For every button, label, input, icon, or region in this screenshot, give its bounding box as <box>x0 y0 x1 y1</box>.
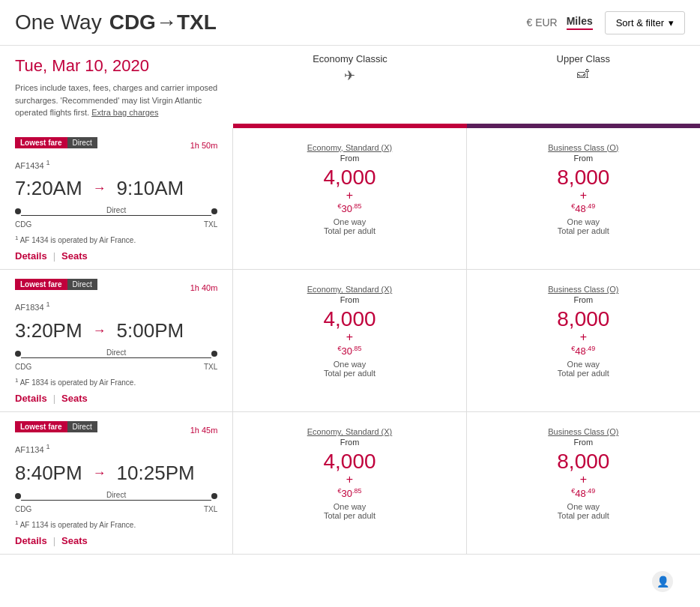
flight-badges-row: Lowest fare Direct 1h 45m <box>15 421 217 438</box>
route-airports: CDG TXL <box>15 363 217 371</box>
flights-container: Lowest fare Direct 1h 50m AF1434 1 7:20A… <box>0 128 700 555</box>
economy-class-name[interactable]: Economy, Standard (X) <box>307 143 393 152</box>
details-link[interactable]: Details <box>15 250 47 262</box>
upper-plus: + <box>580 472 587 486</box>
details-link[interactable]: Details <box>15 535 47 546</box>
upper-way: One way <box>567 502 600 511</box>
economy-class-name[interactable]: Economy, Standard (X) <box>307 427 393 436</box>
flight-times: 7:20AM → 9:10AM <box>15 177 217 200</box>
flight-duration: 1h 40m <box>190 283 218 292</box>
economy-price-cell-1[interactable]: Economy, Standard (X) From 4,000 + €30.8… <box>233 270 466 411</box>
action-links: Details | Seats <box>15 393 217 404</box>
route-direct-label: Direct <box>106 348 126 357</box>
upper-per-adult: Total per adult <box>558 226 609 235</box>
upper-from: From <box>573 438 593 447</box>
economy-from: From <box>340 438 360 447</box>
header: One Way CDG→TXL € EUR Miles Sort & filte… <box>0 0 700 46</box>
chevron-down-icon: ▾ <box>669 17 674 28</box>
flight-badges-row: Lowest fare Direct 1h 50m <box>15 137 217 154</box>
economy-plus: + <box>346 472 353 486</box>
route-code: CDG→TXL <box>109 10 217 34</box>
arrow-icon: → <box>93 323 106 339</box>
upper-from: From <box>573 295 593 304</box>
upper-price-cell-2[interactable]: Business Class (O) From 8,000 + €48.49 O… <box>467 412 700 554</box>
date-info: Tue, Mar 10, 2020 Prices include taxes, … <box>0 46 233 124</box>
route-direct-label: Direct <box>106 206 126 214</box>
arrive-dot <box>211 208 217 214</box>
depart-dot <box>15 493 21 499</box>
operated-by: 1 AF 1134 is operated by Air France. <box>15 519 217 529</box>
flight-info-0: Lowest fare Direct 1h 50m AF1434 1 7:20A… <box>0 128 233 270</box>
route-middle: Direct <box>21 348 211 358</box>
operated-by: 1 AF 1434 is operated by Air France. <box>15 235 217 244</box>
flight-number: AF1834 1 <box>15 301 217 312</box>
upper-plus: + <box>580 330 587 344</box>
flight-duration: 1h 50m <box>190 141 218 150</box>
seats-link[interactable]: Seats <box>61 535 88 546</box>
economy-price-cell-0[interactable]: Economy, Standard (X) From 4,000 + €30.8… <box>233 128 466 270</box>
economy-price-cell-2[interactable]: Economy, Standard (X) From 4,000 + €30.8… <box>233 412 466 554</box>
upper-class-name[interactable]: Business Class (O) <box>548 427 618 436</box>
economy-icon: ✈ <box>241 67 459 84</box>
economy-plus: + <box>346 188 353 202</box>
route-direct-label: Direct <box>106 491 126 499</box>
economy-way: One way <box>334 502 366 511</box>
arrow-icon: → <box>93 465 106 481</box>
flight-row: Lowest fare Direct 1h 45m AF1134 1 8:40P… <box>0 412 700 555</box>
flight-number: AF1134 1 <box>15 443 217 454</box>
upper-plus: + <box>580 188 587 202</box>
route-line-bar <box>21 500 211 501</box>
one-way-label: One Way <box>15 10 102 34</box>
action-divider: | <box>53 393 55 404</box>
route-title: One Way CDG→TXL <box>15 10 217 34</box>
action-divider: | <box>53 535 55 546</box>
upper-tax: €48.49 <box>571 202 595 214</box>
flight-badges-row: Lowest fare Direct 1h 40m <box>15 279 217 296</box>
upper-tax: €48.49 <box>571 487 595 499</box>
route-airports: CDG TXL <box>15 505 217 513</box>
economy-miles: 4,000 <box>323 451 375 472</box>
header-right: € EUR Miles Sort & filter ▾ <box>526 11 685 34</box>
action-divider: | <box>53 250 55 262</box>
flight-badges: Lowest fare Direct <box>15 421 97 432</box>
upper-label: Upper Class <box>474 53 693 64</box>
arrive-airport: TXL <box>204 363 217 371</box>
upper-class-name[interactable]: Business Class (O) <box>548 143 618 152</box>
upper-price-cell-0[interactable]: Business Class (O) From 8,000 + €48.49 O… <box>467 128 700 270</box>
badge-lowest: Lowest fare <box>15 421 67 432</box>
flight-duration: 1h 45m <box>190 426 218 435</box>
economy-per-adult: Total per adult <box>324 226 375 235</box>
currency-miles[interactable]: Miles <box>567 15 593 30</box>
flight-times: 3:20PM → 5:00PM <box>15 319 217 342</box>
currency-toggle: € EUR Miles <box>526 15 592 30</box>
top-section: Tue, Mar 10, 2020 Prices include taxes, … <box>0 46 700 124</box>
upper-price-cell-1[interactable]: Business Class (O) From 8,000 + €48.49 O… <box>467 270 700 411</box>
route-middle: Direct <box>21 491 211 501</box>
flight-date: Tue, Mar 10, 2020 <box>15 56 218 76</box>
upper-miles: 8,000 <box>557 451 609 472</box>
economy-class-name[interactable]: Economy, Standard (X) <box>307 285 393 294</box>
economy-per-adult: Total per adult <box>324 511 375 520</box>
economy-tax: €30.85 <box>337 487 361 499</box>
seats-link[interactable]: Seats <box>61 250 88 262</box>
sort-filter-button[interactable]: Sort & filter ▾ <box>605 11 685 34</box>
details-link[interactable]: Details <box>15 393 47 404</box>
upper-class-name[interactable]: Business Class (O) <box>548 285 618 294</box>
seats-link[interactable]: Seats <box>61 393 88 404</box>
flight-row: Lowest fare Direct 1h 40m AF1834 1 3:20P… <box>0 270 700 412</box>
action-links: Details | Seats <box>15 250 217 262</box>
upper-class-header: Upper Class 🛋 <box>467 46 700 124</box>
depart-time: 7:20AM <box>15 177 82 200</box>
flight-info-2: Lowest fare Direct 1h 45m AF1134 1 8:40P… <box>0 412 233 554</box>
extra-bag-link[interactable]: Extra bag charges <box>91 108 158 117</box>
upper-way: One way <box>567 360 600 369</box>
currency-eur[interactable]: € EUR <box>526 16 557 28</box>
depart-airport: CDG <box>15 220 31 229</box>
upper-way: One way <box>567 217 600 226</box>
route-line-bar <box>21 357 211 358</box>
economy-class-header: Economy Classic ✈ <box>233 46 466 124</box>
badge-direct: Direct <box>67 421 97 432</box>
arrive-dot <box>211 351 217 357</box>
sort-filter-label: Sort & filter <box>616 17 664 28</box>
upper-tax: €48.49 <box>571 345 595 357</box>
